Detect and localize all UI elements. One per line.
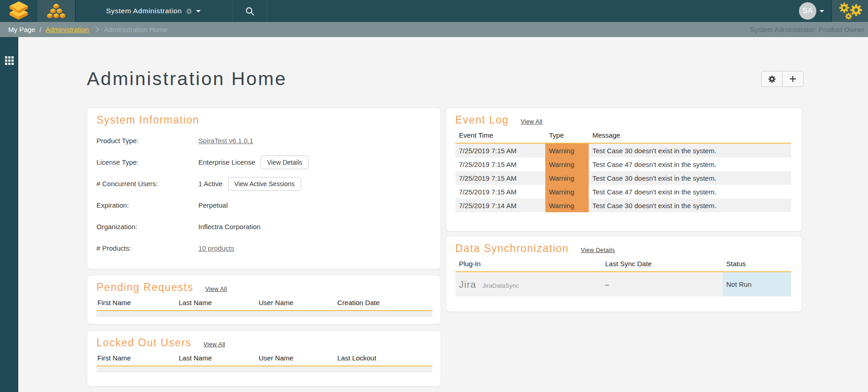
- event-message-cell: Test Case 47 doesn't exist in the system…: [589, 185, 791, 199]
- app-menu-dropdown[interactable]: System Administration: [106, 0, 201, 22]
- plugin-cell: Jira JiraDataSync: [455, 272, 602, 296]
- spira-logo-icon: [8, 1, 29, 21]
- breadcrumb-my-page-link[interactable]: My Page: [8, 26, 35, 33]
- locked-out-users-card: Locked Out Users View All First Name Las…: [87, 330, 441, 387]
- column-header: First Name: [96, 351, 178, 366]
- info-label: License Type:: [96, 158, 198, 166]
- event-log-row: 7/25/2019 7:15 AM Warning Test Case 30 d…: [455, 171, 791, 185]
- event-log-table: Event Time Type Message 7/25/2019 7:15 A…: [455, 128, 791, 212]
- caret-down-icon: [196, 10, 201, 12]
- event-time-cell: 7/25/2019 7:15 AM: [455, 185, 545, 199]
- data-synchronization-card: Data Synchronization View Details Plug-I…: [446, 236, 802, 312]
- system-information-card: System Information Product Type: SpiraTe…: [87, 107, 441, 269]
- info-value: 1 Active: [198, 180, 223, 188]
- search-button[interactable]: [233, 0, 266, 22]
- card-title: System Information: [96, 114, 199, 126]
- info-row-products: # Products: 10 products: [96, 237, 431, 259]
- search-icon: [245, 6, 255, 16]
- column-header: Last Name: [178, 351, 258, 366]
- column-header: Creation Date: [336, 295, 432, 311]
- page-settings-button[interactable]: [761, 71, 782, 86]
- left-sidebar: [0, 37, 18, 392]
- column-header: Last Lockout: [336, 351, 432, 366]
- info-row-concurrent-users: # Concurrent Users: 1 Active View Active…: [96, 173, 431, 194]
- column-header: Type: [545, 128, 589, 143]
- breadcrumb: My Page / Administration Administration …: [0, 22, 868, 37]
- page-actions: [761, 71, 804, 87]
- info-label: Organization:: [96, 223, 198, 231]
- event-time-cell: 7/25/2019 7:15 AM: [455, 157, 545, 171]
- hive-icon: [47, 4, 66, 19]
- event-message-cell: Test Case 30 doesn't exist in the system…: [589, 143, 791, 157]
- view-active-sessions-button[interactable]: View Active Sessions: [228, 177, 301, 191]
- event-message-cell: Test Case 30 doesn't exist in the system…: [589, 199, 791, 212]
- locked-out-users-table: First Name Last Name User Name Last Lock…: [96, 351, 432, 372]
- product-version-link[interactable]: SpiraTest v6.1.0.1: [198, 137, 253, 145]
- info-label: Product Type:: [96, 137, 198, 145]
- info-value: Perpetual: [198, 201, 228, 209]
- event-time-cell: 7/25/2019 7:15 AM: [455, 143, 545, 157]
- product-hive-button[interactable]: [37, 0, 76, 22]
- data-sync-table: Plug-In Last Sync Date Status Jira JiraD…: [455, 257, 791, 296]
- data-sync-row: Jira JiraDataSync – Not Run: [455, 272, 791, 296]
- info-row-license-type: License Type: Enterprise License View De…: [96, 151, 431, 173]
- event-type-cell: Warning: [545, 171, 589, 185]
- info-label: # Products:: [96, 244, 198, 252]
- column-header: Last Name: [178, 295, 258, 311]
- event-type-cell: Warning: [545, 143, 589, 157]
- spira-logo[interactable]: [0, 0, 37, 22]
- column-header: Plug-In: [455, 257, 602, 272]
- gear-icon: [845, 13, 852, 20]
- products-link[interactable]: 10 products: [198, 244, 234, 252]
- column-header: First Name: [96, 295, 178, 311]
- avatar: SA: [799, 2, 816, 20]
- gear-icon: [768, 75, 776, 83]
- administration-home-page: System Administration SA: [0, 0, 868, 392]
- system-settings-button[interactable]: [831, 0, 868, 22]
- top-bar: System Administration SA: [0, 0, 868, 22]
- info-value: Inflectra Corporation: [198, 223, 261, 231]
- event-log-row: 7/25/2019 7:15 AM Warning Test Case 30 d…: [455, 143, 791, 157]
- breadcrumb-administration-link[interactable]: Administration: [45, 26, 89, 33]
- pending-requests-view-all-link[interactable]: View All: [205, 285, 227, 292]
- card-title: Data Synchronization: [455, 242, 569, 255]
- column-header: User Name: [258, 295, 336, 311]
- app-menu-label: System Administration: [106, 7, 182, 15]
- add-widget-button[interactable]: [782, 71, 803, 86]
- info-label: Expiration:: [96, 201, 198, 209]
- page-title: Administration Home: [87, 68, 287, 90]
- event-log-view-all-link[interactable]: View All: [521, 118, 543, 125]
- info-row-product-type: Product Type: SpiraTest v6.1.0.1: [96, 130, 431, 151]
- empty-row: [96, 366, 432, 372]
- breadcrumb-separator: /: [39, 26, 41, 33]
- card-title: Event Log: [455, 114, 509, 126]
- locked-out-users-view-all-link[interactable]: View All: [203, 341, 225, 348]
- breadcrumb-current: Administration Home: [104, 26, 167, 33]
- plugin-id: JiraDataSync: [482, 282, 519, 289]
- event-type-cell: Warning: [545, 185, 589, 199]
- pending-requests-card: Pending Requests View All First Name Las…: [87, 275, 441, 324]
- event-message-cell: Test Case 47 doesn't exist in the system…: [589, 157, 791, 171]
- card-title: Pending Requests: [96, 281, 193, 294]
- last-sync-date-cell: –: [602, 272, 723, 296]
- pending-requests-table: First Name Last Name User Name Creation …: [96, 295, 432, 317]
- view-details-button[interactable]: View Details: [261, 156, 309, 169]
- chevron-right-icon: [94, 27, 100, 32]
- info-label: # Concurrent Users:: [96, 180, 198, 188]
- grid-menu-icon[interactable]: [5, 56, 14, 65]
- event-time-cell: 7/25/2019 7:15 AM: [455, 171, 545, 185]
- column-header: Event Time: [455, 128, 545, 143]
- card-title: Locked Out Users: [96, 337, 192, 349]
- info-value: Enterprise License: [198, 158, 255, 166]
- event-log-card: Event Log View All Event Time Type Messa…: [446, 107, 802, 231]
- topbar-divider: [266, 0, 267, 22]
- data-sync-view-details-link[interactable]: View Details: [581, 247, 615, 253]
- status-badge: Not Run: [723, 272, 791, 296]
- event-time-cell: 7/25/2019 7:14 AM: [455, 199, 545, 212]
- user-context-label: System Administrator: Product Owner: [750, 22, 864, 37]
- caret-down-icon: [820, 10, 824, 12]
- user-menu[interactable]: SA: [799, 0, 824, 22]
- column-header: Status: [723, 257, 791, 272]
- info-row-organization: Organization: Inflectra Corporation: [96, 216, 431, 237]
- event-log-row: 7/25/2019 7:15 AM Warning Test Case 47 d…: [455, 185, 791, 199]
